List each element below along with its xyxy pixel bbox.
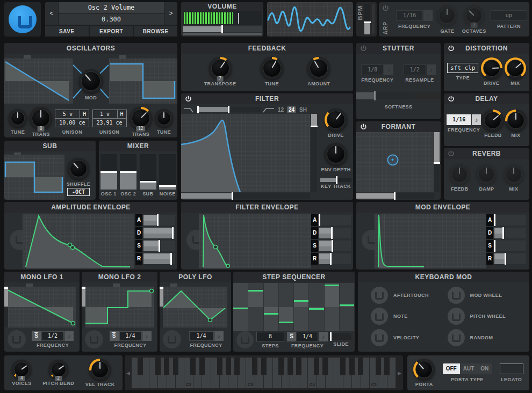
piano-key-black[interactable]	[287, 358, 293, 375]
delay-feedback-knob[interactable]	[482, 110, 504, 131]
porta-type-on-button[interactable]: ON	[477, 363, 492, 374]
osc1-trans-knob[interactable]: 0	[30, 107, 52, 129]
reverb-damp-knob[interactable]	[476, 164, 497, 185]
osc1-unison-harmonize[interactable]: H	[80, 110, 89, 119]
step-sequencer-mod-source-icon[interactable]	[236, 331, 254, 348]
step-sequencer-frequency-value[interactable]: 1/4	[297, 332, 318, 341]
filter-drive-knob[interactable]	[325, 108, 347, 131]
arp-pattern-value[interactable]: up	[491, 10, 527, 21]
piano-key-black[interactable]	[226, 358, 231, 375]
delay-frequency-value[interactable]: 1/16	[447, 114, 471, 125]
distortion-type-value[interactable]: sft clp	[447, 63, 478, 73]
piano-key-white[interactable]: C4	[308, 358, 317, 388]
reverb-power-icon[interactable]	[448, 150, 455, 157]
voices-knob[interactable]: 4	[12, 360, 31, 379]
lfo1-sync-icon[interactable]: S	[32, 331, 41, 341]
menv-release-slider[interactable]	[494, 253, 526, 264]
vel-track-knob[interactable]	[89, 359, 111, 380]
filter-sh-button[interactable]: SH	[298, 106, 308, 113]
patch-prev-button[interactable]: <	[45, 2, 58, 25]
piano-key-black[interactable]	[349, 358, 355, 375]
piano-key-white[interactable]	[149, 358, 158, 388]
step-1[interactable]	[233, 283, 248, 331]
lfo2-mod-source-icon[interactable]	[85, 330, 103, 348]
bpm-slider[interactable]	[364, 4, 370, 34]
aftertouch-mod-icon[interactable]	[371, 287, 388, 304]
piano-key-black[interactable]	[296, 358, 301, 375]
filter-key-track-slider[interactable]	[320, 178, 351, 182]
piano-key-black[interactable]	[340, 358, 346, 375]
piano-key-black[interactable]	[217, 358, 222, 375]
pitch-wheel-mod-icon[interactable]	[448, 308, 465, 325]
patch-next-button[interactable]: >	[164, 2, 177, 25]
poly-lfo-frequency-value[interactable]: 1/4	[189, 331, 214, 341]
browse-button[interactable]: BROWSE	[134, 26, 177, 37]
menv-decay-slider[interactable]	[494, 228, 526, 238]
volume-slider[interactable]	[183, 26, 262, 32]
piano-key-black[interactable]	[252, 358, 257, 375]
poly-lfo-waveform-display[interactable]	[160, 287, 227, 328]
amplitude-envelope-graph[interactable]	[23, 214, 134, 268]
piano-key-white[interactable]: C2	[184, 358, 193, 388]
lfo2-amount-slider[interactable]	[82, 287, 85, 328]
lfo1-mod-source-icon[interactable]	[8, 330, 26, 348]
osc-mod-knob[interactable]	[79, 69, 103, 93]
arp-frequency-note-icon[interactable]: ♪	[423, 10, 433, 21]
osc2-unison-voices[interactable]: 1 v	[92, 110, 118, 119]
formant-xy-pad[interactable]	[356, 132, 434, 192]
delay-mix-knob[interactable]	[505, 110, 527, 131]
porta-type-aut-button[interactable]: AUT	[460, 363, 478, 374]
random-mod-icon[interactable]	[448, 329, 465, 346]
step-sequencer-note-icon[interactable]: ♪	[319, 332, 328, 341]
piano-key-black[interactable]	[358, 358, 363, 375]
sub-shuffle-knob[interactable]	[68, 158, 89, 179]
feedback-transpose-knob[interactable]: 7	[209, 57, 232, 79]
sub-octave-button[interactable]: -OCT	[67, 188, 90, 196]
velocity-mod-icon[interactable]	[371, 329, 388, 346]
osc1-waveform-display[interactable]	[4, 59, 73, 104]
mod-wheel-mod-icon[interactable]	[448, 287, 465, 304]
lfo1-waveform-display[interactable]	[4, 287, 76, 328]
step-sequencer-display[interactable]	[233, 283, 355, 331]
delay-frequency-note-icon[interactable]: ♪	[472, 114, 481, 125]
stutter-resample-note-icon[interactable]: ♪	[427, 64, 436, 75]
poly-lfo-note-icon[interactable]: ♪	[214, 331, 224, 341]
filter-env-depth-knob[interactable]	[325, 143, 347, 165]
step-2[interactable]	[248, 283, 263, 331]
step-8[interactable]	[340, 283, 355, 331]
amp-attack-slider[interactable]	[143, 215, 175, 225]
poly-lfo-amount-slider[interactable]	[160, 287, 163, 328]
osc1-unison-box[interactable]: 5 v H 10.00 ce	[55, 110, 89, 127]
arp-power-icon[interactable]	[382, 5, 389, 12]
poly-lfo-mod-source-icon[interactable]	[163, 330, 181, 348]
formant-power-icon[interactable]	[360, 123, 367, 130]
lfo2-waveform-display[interactable]	[82, 287, 154, 328]
piano-key-black[interactable]	[138, 358, 143, 375]
filter-power-icon[interactable]	[185, 96, 192, 103]
amp-decay-slider[interactable]	[143, 228, 175, 238]
mod-envelope-graph[interactable]	[375, 214, 486, 268]
arp-frequency-value[interactable]: 1/16	[396, 10, 423, 21]
amp-release-slider[interactable]	[143, 253, 175, 264]
piano-key-white[interactable]	[273, 358, 282, 388]
filter-response-display[interactable]	[181, 114, 310, 192]
step-sequencer-slide-slider[interactable]	[330, 333, 351, 340]
keyboard-scroll-right-button[interactable]: ▶	[396, 370, 403, 376]
lfo2-note-icon[interactable]: ♪	[142, 331, 152, 341]
osc1-mod-handle[interactable]	[24, 55, 31, 59]
fenv-sustain-slider[interactable]	[319, 241, 351, 251]
filter-resonance-slider[interactable]	[311, 114, 317, 192]
fenv-attack-slider[interactable]	[319, 215, 351, 225]
piano-key-white[interactable]	[334, 358, 343, 388]
porta-type-off-button[interactable]: OFF	[443, 363, 460, 374]
filter-env-amount-slider[interactable]	[181, 193, 310, 199]
osc1-unison-cents[interactable]: 10.00 ce	[55, 119, 89, 127]
keyboard-scroll-left-button[interactable]: ◀	[125, 370, 132, 376]
delay-power-icon[interactable]	[448, 96, 455, 103]
stutter-resample-value[interactable]: 1/2	[404, 64, 426, 75]
osc1-tune-knob[interactable]	[9, 109, 27, 127]
keyboard-keys[interactable]: C2C3C4C5	[132, 358, 396, 388]
stutter-frequency-value[interactable]: 1/8	[361, 64, 384, 75]
filter-cutoff-slider[interactable]	[197, 107, 261, 112]
piano-key-black[interactable]	[173, 358, 178, 375]
